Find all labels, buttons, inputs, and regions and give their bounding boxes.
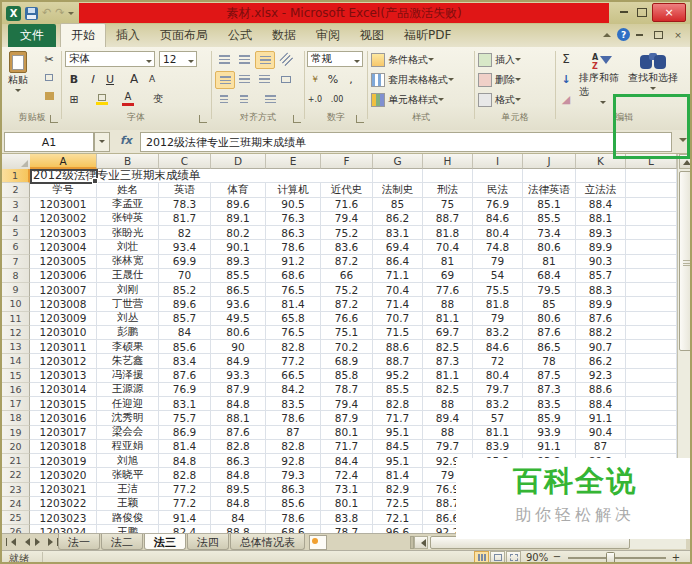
cell[interactable]: 71.5 — [373, 326, 423, 340]
row-header-20[interactable]: 20 — [2, 440, 30, 454]
cell[interactable]: 近代史 — [321, 183, 373, 197]
decrease-font-button[interactable]: A — [143, 71, 161, 87]
row-header-11[interactable]: 11 — [2, 312, 30, 326]
workbook-close-button[interactable]: × — [672, 30, 684, 40]
cell[interactable]: 1203009 — [30, 312, 97, 326]
cell[interactable]: 81.4 — [159, 440, 211, 454]
cell[interactable]: 68.6 — [266, 269, 321, 283]
cell[interactable]: 1203011 — [30, 340, 97, 354]
cell[interactable]: 73.4 — [523, 226, 576, 240]
cell[interactable] — [626, 312, 677, 326]
cut-button[interactable]: ✂ — [40, 51, 58, 67]
fill-button[interactable]: ↓ — [557, 71, 575, 87]
cell[interactable]: 71.4 — [373, 297, 423, 311]
row-header-2[interactable]: 2 — [2, 183, 30, 197]
cell[interactable]: 79.7 — [423, 440, 473, 454]
cell[interactable]: 57 — [473, 411, 523, 425]
cell[interactable]: 88.7 — [373, 354, 423, 368]
cell[interactable]: 79.5 — [523, 283, 576, 297]
cell[interactable]: 88.8 — [211, 525, 266, 533]
tab-foxit-pdf[interactable]: 福昕PDF — [394, 24, 461, 47]
cell[interactable]: 李孟亚 — [97, 198, 159, 212]
cell[interactable] — [626, 326, 677, 340]
normal-view-button[interactable] — [474, 551, 489, 563]
row-header-7[interactable]: 7 — [2, 255, 30, 269]
column-header-A[interactable]: A — [30, 154, 97, 169]
cell[interactable]: 88.7 — [423, 212, 473, 226]
cell[interactable] — [626, 240, 677, 254]
cell[interactable]: 88.4 — [576, 198, 626, 212]
help-icon[interactable]: ? — [617, 28, 630, 41]
cell[interactable]: 76.6 — [321, 312, 373, 326]
cell[interactable]: 80.6 — [211, 326, 266, 340]
cell[interactable]: 84.8 — [159, 454, 211, 468]
cell[interactable]: 85.2 — [159, 283, 211, 297]
excel-app-icon[interactable]: X — [6, 6, 21, 21]
row-header-25[interactable]: 25 — [2, 511, 30, 525]
scroll-left-icon[interactable] — [414, 536, 428, 549]
cell[interactable]: 88.4 — [576, 397, 626, 411]
cell[interactable]: 1203020 — [30, 468, 97, 482]
row-header-3[interactable]: 3 — [2, 198, 30, 212]
cell[interactable]: 69.9 — [159, 255, 211, 269]
cell[interactable]: 71.1 — [373, 269, 423, 283]
cell[interactable]: 79.4 — [321, 397, 373, 411]
row-header-24[interactable]: 24 — [2, 497, 30, 511]
cell[interactable]: 沈秀明 — [97, 411, 159, 425]
cell[interactable]: 85.6 — [266, 497, 321, 511]
decrease-decimal-button[interactable]: .00 — [328, 91, 346, 107]
cell[interactable]: 85 — [523, 297, 576, 311]
row-header-15[interactable]: 15 — [2, 369, 30, 383]
column-header-F[interactable]: F — [321, 154, 373, 169]
cell[interactable] — [626, 426, 677, 440]
cell[interactable]: 70 — [159, 269, 211, 283]
column-header-J[interactable]: J — [523, 154, 576, 169]
zoom-out-icon[interactable]: − — [551, 551, 563, 562]
vertical-scroll-thumb[interactable] — [679, 171, 692, 351]
cell[interactable]: 85.1 — [523, 198, 576, 212]
cell[interactable]: 78.6 — [266, 411, 321, 425]
sheet-tab-fa4[interactable]: 法四 — [187, 534, 229, 550]
cell[interactable]: 85.5 — [211, 269, 266, 283]
cell[interactable]: 刘刚 — [97, 283, 159, 297]
cell[interactable]: 88.6 — [373, 340, 423, 354]
cell[interactable]: 75.2 — [321, 283, 373, 297]
italic-button[interactable]: I — [83, 71, 101, 87]
format-cells-button[interactable]: 格式 — [478, 93, 521, 107]
cell[interactable]: 74.8 — [473, 240, 523, 254]
cell[interactable]: 90.3 — [576, 255, 626, 269]
cell[interactable]: 83.1 — [159, 397, 211, 411]
insert-function-icon[interactable]: fx — [120, 134, 132, 147]
row-header-9[interactable]: 9 — [2, 283, 30, 297]
cell[interactable]: 1203016 — [30, 411, 97, 425]
tab-page-layout[interactable]: 页面布局 — [150, 24, 218, 47]
cell[interactable] — [626, 340, 677, 354]
row-header-4[interactable]: 4 — [2, 212, 30, 226]
font-color-button[interactable]: A — [119, 91, 137, 107]
alignment-dialog-launcher[interactable] — [293, 115, 301, 123]
cell[interactable]: 83.5 — [523, 397, 576, 411]
cell[interactable]: 1203022 — [30, 497, 97, 511]
sheet-tab-fa2[interactable]: 法二 — [101, 534, 143, 550]
cell[interactable]: 83.2 — [473, 397, 523, 411]
cell[interactable]: 1203024 — [30, 525, 97, 533]
cell[interactable]: 81.1 — [423, 312, 473, 326]
tab-review[interactable]: 审阅 — [306, 24, 350, 47]
row-header-26[interactable]: 26 — [2, 525, 30, 533]
cell[interactable]: 95.1 — [373, 454, 423, 468]
cell[interactable]: 80.6 — [523, 240, 576, 254]
cell[interactable]: 49.5 — [211, 312, 266, 326]
cell[interactable]: 法制史 — [373, 183, 423, 197]
cell[interactable]: 80.6 — [523, 312, 576, 326]
cell[interactable]: 84.2 — [266, 383, 321, 397]
collapse-ribbon-icon[interactable] — [603, 29, 611, 37]
cell[interactable]: 75.5 — [473, 283, 523, 297]
title-cell[interactable]: 2012级法律专业三班期末成绩单 — [30, 169, 321, 183]
cell[interactable]: 71.7 — [373, 411, 423, 425]
cell[interactable]: 91.4 — [159, 511, 211, 525]
align-center-button[interactable] — [235, 71, 253, 87]
cell[interactable]: 87.6 — [576, 312, 626, 326]
row-header-23[interactable]: 23 — [2, 483, 30, 497]
cell[interactable]: 姓名 — [97, 183, 159, 197]
cell[interactable]: 70.2 — [321, 340, 373, 354]
